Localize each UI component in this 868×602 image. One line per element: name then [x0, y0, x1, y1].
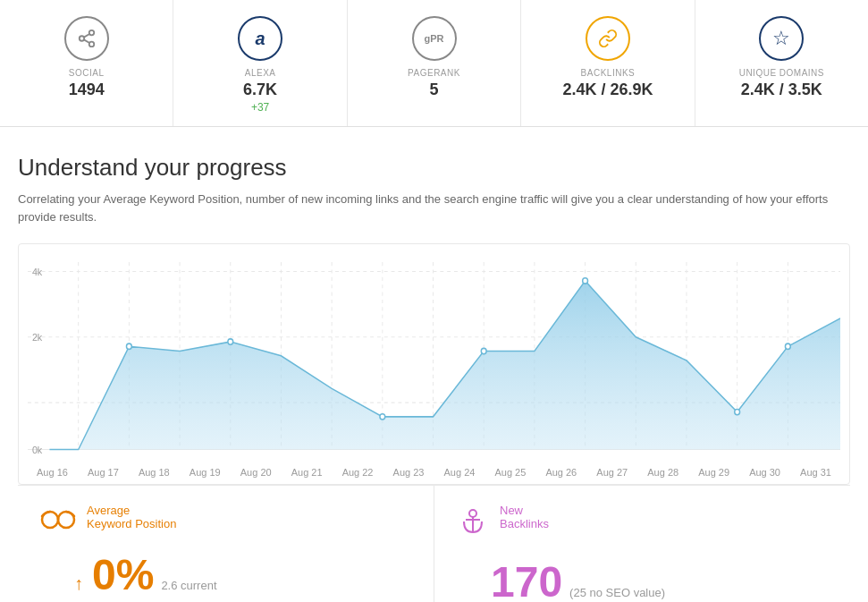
- metric-social[interactable]: SOCIAL 1494: [0, 0, 173, 126]
- backlinks-title-line2: Backlinks: [500, 517, 549, 530]
- svg-text:4k: 4k: [32, 266, 43, 276]
- glasses-icon: [40, 505, 76, 537]
- alexa-sub: +37: [251, 101, 269, 114]
- keyword-title-line2: Keyword Position: [87, 517, 176, 530]
- social-label: SOCIAL: [69, 68, 105, 78]
- keyword-current: 2.6 current: [161, 579, 216, 592]
- x-label-3: Aug 19: [190, 467, 221, 478]
- metric-backlinks[interactable]: BACKLINKS 2.4K / 26.9K: [521, 0, 695, 126]
- backlinks-metric: 170 (25 no SEO value): [491, 557, 828, 602]
- social-icon: [64, 16, 109, 61]
- svg-line-4: [84, 34, 89, 38]
- x-label-12: Aug 28: [647, 467, 678, 478]
- unique-domains-label: UNIQUE DOMAINS: [739, 68, 824, 78]
- metric-pagerank[interactable]: gPR PAGERANK 5: [348, 0, 521, 126]
- svg-text:2k: 2k: [32, 332, 43, 343]
- svg-point-33: [785, 343, 790, 349]
- pagerank-label: PAGERANK: [408, 68, 460, 78]
- keyword-percentage: 0%: [92, 550, 154, 599]
- section-desc: Correlating your Average Keyword Positio…: [18, 191, 850, 225]
- svg-point-32: [735, 409, 740, 414]
- backlinks-note: (25 no SEO value): [569, 586, 665, 599]
- x-label-6: Aug 22: [342, 467, 374, 478]
- svg-point-2: [88, 42, 94, 47]
- pagerank-value: 5: [430, 81, 439, 99]
- chart-x-labels: Aug 16 Aug 17 Aug 18 Aug 19 Aug 20 Aug 2…: [28, 462, 840, 478]
- svg-text:0k: 0k: [32, 444, 43, 454]
- x-label-10: Aug 26: [545, 467, 577, 478]
- backlinks-panel-header: New Backlinks: [457, 504, 828, 544]
- main-content: Understand your progress Correlating you…: [0, 127, 868, 602]
- x-label-8: Aug 24: [444, 467, 476, 478]
- svg-point-1: [79, 36, 84, 41]
- metrics-bar: SOCIAL 1494 a ALEXA 6.7K +37 gPR PAGERAN…: [0, 0, 868, 127]
- x-label-11: Aug 27: [596, 467, 628, 478]
- x-label-14: Aug 30: [749, 467, 780, 478]
- svg-point-30: [481, 348, 486, 353]
- metric-alexa[interactable]: a ALEXA 6.7K +37: [173, 0, 347, 126]
- backlinks-panel-title: New Backlinks: [500, 504, 549, 530]
- new-backlinks-panel: New Backlinks 170 (25 no SEO value): [434, 486, 850, 602]
- social-value: 1494: [69, 81, 105, 99]
- unique-domains-icon: ☆: [759, 16, 804, 61]
- alexa-label: ALEXA: [245, 68, 276, 78]
- progress-chart: 4k 2k 0k: [28, 262, 840, 459]
- svg-point-0: [88, 30, 94, 36]
- chart-container: 4k 2k 0k Aug 16 Aug 17 Aug: [18, 243, 850, 485]
- x-label-4: Aug 20: [240, 467, 272, 478]
- x-label-5: Aug 21: [291, 467, 323, 478]
- svg-point-36: [469, 510, 476, 517]
- x-label-2: Aug 18: [139, 467, 170, 478]
- backlinks-icon: [586, 16, 630, 61]
- alexa-value: 6.7K: [243, 81, 277, 99]
- x-label-9: Aug 25: [494, 467, 526, 478]
- backlinks-label: BACKLINKS: [581, 68, 636, 78]
- backlinks-value: 2.4K / 26.9K: [562, 81, 653, 99]
- unique-domains-value: 2.4K / 3.5K: [741, 81, 822, 99]
- svg-point-31: [583, 278, 588, 284]
- keyword-title-line1: Average: [87, 504, 176, 517]
- svg-point-28: [228, 339, 233, 344]
- x-label-1: Aug 17: [88, 467, 119, 478]
- anchor-icon: [457, 505, 489, 544]
- svg-point-29: [380, 414, 385, 420]
- keyword-position-panel: Average Keyword Position ↑ 0% 2.6 curren…: [18, 486, 434, 602]
- section-title: Understand your progress: [18, 154, 850, 182]
- x-label-7: Aug 23: [393, 467, 425, 478]
- keyword-panel-title: Average Keyword Position: [87, 504, 176, 530]
- svg-line-3: [84, 39, 89, 43]
- keyword-panel-header: Average Keyword Position: [40, 504, 411, 537]
- x-label-15: Aug 31: [800, 467, 831, 478]
- alexa-icon: a: [238, 16, 282, 61]
- backlinks-title-line1: New: [500, 504, 549, 517]
- keyword-arrow: ↑: [74, 573, 83, 594]
- pagerank-icon: gPR: [412, 16, 457, 61]
- backlinks-value: 170: [491, 557, 562, 602]
- bottom-panels: Average Keyword Position ↑ 0% 2.6 curren…: [18, 485, 850, 602]
- x-label-13: Aug 29: [698, 467, 729, 478]
- x-label-0: Aug 16: [37, 467, 68, 478]
- svg-point-27: [126, 343, 131, 349]
- metric-unique-domains[interactable]: ☆ UNIQUE DOMAINS 2.4K / 3.5K: [695, 0, 868, 126]
- keyword-metric: ↑ 0% 2.6 current: [74, 550, 411, 599]
